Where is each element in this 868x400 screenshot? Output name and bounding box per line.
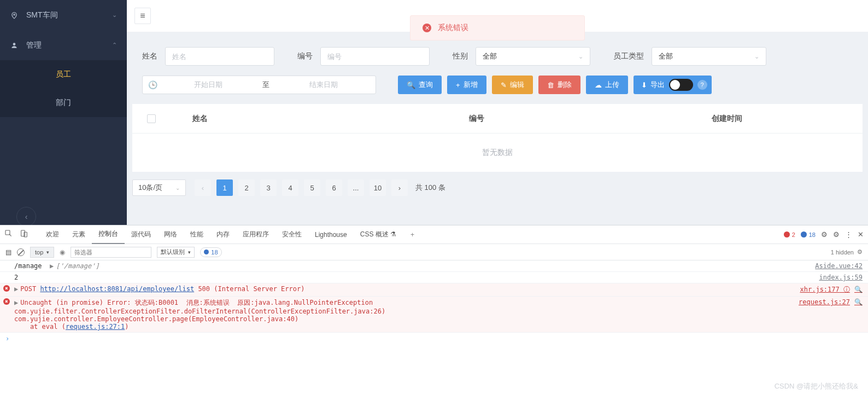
watermark: CSDN @请把小熊还给我& — [775, 381, 858, 391]
code-input[interactable] — [320, 47, 430, 66]
expand-arrow-icon[interactable]: ▶ — [14, 285, 18, 293]
sidebar-collapse-button[interactable]: ‹ — [16, 207, 36, 227]
console-clear-icon[interactable] — [17, 248, 25, 256]
tab-welcome[interactable]: 欢迎 — [39, 225, 66, 244]
tab-application[interactable]: 应用程序 — [236, 225, 275, 244]
tab-performance[interactable]: 性能 — [184, 225, 210, 244]
select-element-icon[interactable] — [4, 229, 13, 240]
console-hidden-count[interactable]: 1 hidden ⚙ — [831, 248, 863, 256]
devtools-gear-icon[interactable]: ⚙ — [833, 230, 840, 239]
log-source-link[interactable]: index.js:59 — [808, 274, 863, 281]
tab-memory[interactable]: 内存 — [210, 225, 236, 244]
tab-elements[interactable]: 元素 — [66, 225, 92, 244]
hamburger-button[interactable]: ≡ — [134, 8, 151, 24]
user-icon — [10, 41, 19, 50]
devtools-more-icon[interactable]: ⋮ — [845, 230, 852, 239]
clock-icon: 🕒 — [148, 80, 157, 89]
action-row: 🕒 开始日期 至 结束日期 🔍查询 +新增 ✎编辑 🗑删除 ☁上传 ⬇ 导出 ? — [142, 76, 863, 94]
query-button[interactable]: 🔍查询 — [398, 76, 442, 94]
svg-point-1 — [13, 43, 16, 45]
sidebar-item-department[interactable]: 部门 — [0, 89, 127, 117]
add-button[interactable]: +新增 — [447, 76, 486, 94]
page-ellipsis[interactable]: ... — [348, 179, 364, 196]
sidebar-group-manage[interactable]: 管理 ⌃ — [0, 30, 127, 60]
tab-sources[interactable]: 源代码 — [125, 225, 157, 244]
devtools-right: 2 18 ⚙ ⚙ ⋮ ✕ — [784, 230, 864, 240]
device-toggle-icon[interactable] — [20, 229, 28, 240]
name-input[interactable] — [165, 47, 274, 66]
main-panel: ≡ ✕ 系统错误 姓名 编号 性别 全部 ⌄ 员工类型 — [127, 0, 868, 225]
console-sidebar-toggle[interactable]: ▤ — [5, 248, 11, 256]
chevron-down-icon: ⌄ — [112, 11, 117, 19]
checkbox-all[interactable] — [132, 114, 171, 123]
console-filter-input[interactable] — [71, 247, 151, 258]
devtools-close-icon[interactable]: ✕ — [858, 230, 864, 239]
edit-button[interactable]: ✎编辑 — [492, 76, 533, 94]
edit-icon: ✎ — [501, 81, 507, 89]
date-sep: 至 — [255, 80, 277, 90]
console-prompt[interactable]: › — [0, 333, 868, 345]
delete-button[interactable]: 🗑删除 — [538, 76, 580, 94]
help-icon[interactable]: ? — [697, 80, 707, 90]
filter-emp-type: 员工类型 全部 ⌄ — [613, 47, 766, 66]
location-icon — [10, 11, 19, 20]
sidebar-group-smt[interactable]: SMT车间 ⌄ — [0, 0, 127, 30]
more-tabs-button[interactable]: + — [410, 231, 414, 239]
stack-link[interactable]: request.js:27:1 — [66, 323, 125, 331]
export-button[interactable]: ⬇ 导出 ? — [634, 76, 712, 94]
export-toggle[interactable] — [669, 79, 693, 91]
error-banner: ✕ 系统错误 — [410, 15, 585, 40]
date-range-picker[interactable]: 🕒 开始日期 至 结束日期 — [142, 76, 376, 94]
sidebar-item-employee[interactable]: 员工 — [0, 60, 127, 89]
error-icon: ✕ — [423, 24, 431, 32]
tab-lighthouse[interactable]: Lighthouse — [308, 225, 354, 244]
tab-network[interactable]: 网络 — [157, 225, 184, 244]
error-banner-text: 系统错误 — [438, 23, 468, 33]
console-toolbar: ▤ top ◉ 默认级别 18 1 hidden ⚙ — [0, 244, 868, 260]
page-4[interactable]: 4 — [282, 179, 298, 196]
select-value: 全部 — [659, 51, 673, 61]
log-source-link[interactable]: request.js:27🔍 — [788, 298, 863, 331]
page-next[interactable]: › — [391, 179, 408, 196]
live-expression-icon[interactable]: ◉ — [60, 248, 65, 256]
magnify-icon[interactable]: 🔍 — [854, 298, 863, 306]
page-1[interactable]: 1 — [216, 179, 233, 196]
log-source-link[interactable]: Aside.vue:42 — [804, 262, 863, 270]
page-3[interactable]: 3 — [260, 179, 277, 196]
error-count-pill[interactable]: 2 — [784, 230, 795, 240]
filter-code: 编号 — [297, 47, 430, 66]
pagination: 10条/页 ⌄ ‹ 1 2 3 4 5 6 ... 10 › 共 100 条 — [132, 179, 863, 196]
tab-console[interactable]: 控制台 — [92, 225, 125, 244]
console-body[interactable]: /manage ▶['/manage'] Aside.vue:42 2 inde… — [0, 260, 868, 400]
filter-label: 员工类型 — [613, 51, 644, 61]
chevron-down-icon: ⌄ — [578, 53, 583, 60]
console-issue-badge[interactable]: 18 — [200, 247, 221, 257]
filter-label: 姓名 — [142, 51, 157, 61]
page-6[interactable]: 6 — [326, 179, 342, 196]
expand-arrow-icon[interactable]: ▶ — [50, 262, 54, 270]
page-10[interactable]: 10 — [370, 179, 386, 196]
plus-icon: + — [456, 81, 460, 89]
page-5[interactable]: 5 — [304, 179, 320, 196]
search-icon: 🔍 — [407, 81, 415, 89]
tab-security[interactable]: 安全性 — [275, 225, 308, 244]
emp-type-select[interactable]: 全部 ⌄ — [652, 47, 766, 66]
console-scope-select[interactable]: top — [30, 247, 54, 258]
devtools-settings-icon[interactable]: ⚙ — [821, 230, 828, 239]
tab-css-overview[interactable]: CSS 概述 ⚗ — [354, 225, 403, 244]
console-level-select[interactable]: 默认级别 — [157, 247, 195, 258]
request-url-link[interactable]: http://localhost:8081/api/employee/list — [40, 285, 194, 293]
expand-arrow-icon[interactable]: ▶ — [14, 299, 18, 306]
gender-select[interactable]: 全部 ⌄ — [476, 47, 590, 66]
magnify-icon[interactable]: 🔍 — [854, 286, 863, 293]
chevron-down-icon: ⌄ — [175, 185, 180, 191]
chevron-up-icon: ⌃ — [112, 42, 117, 49]
log-row-error: ▶POST http://localhost:8081/api/employee… — [0, 283, 868, 297]
filter-gender: 性别 全部 ⌄ — [453, 47, 590, 66]
upload-button[interactable]: ☁上传 — [586, 76, 628, 94]
page-size-select[interactable]: 10条/页 ⌄ — [132, 179, 186, 196]
page-2[interactable]: 2 — [238, 179, 255, 196]
info-count-pill[interactable]: 18 — [801, 230, 816, 240]
page-prev[interactable]: ‹ — [195, 179, 211, 196]
log-source-link[interactable]: xhr.js:177 ⓘ🔍 — [789, 285, 863, 294]
